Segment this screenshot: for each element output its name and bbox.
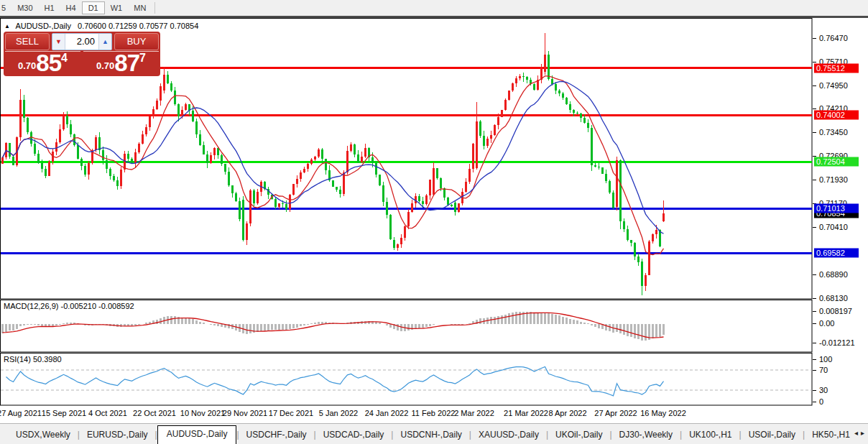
price-axis: 0.764700.757100.749500.742100.734500.726… <box>813 18 868 406</box>
candle <box>138 142 140 154</box>
axis-price-label: 0.71930 <box>819 175 848 184</box>
timeframe-button-h1[interactable]: H1 <box>39 2 60 14</box>
indicator-axis-label: 0.00 <box>819 319 834 328</box>
sell-price-big: 85 <box>36 52 61 74</box>
volume-decrease-icon[interactable]: ▼ <box>52 34 65 50</box>
candle <box>565 97 568 105</box>
date-axis-label: 24 Jan 2022 <box>365 409 409 417</box>
sell-price-prefix: 0.70 <box>18 60 36 71</box>
toolbar-separator <box>154 2 155 14</box>
candle <box>616 157 618 211</box>
axis-tick <box>813 370 816 371</box>
buy-price-prefix: 0.70 <box>96 60 114 71</box>
candle <box>73 134 75 147</box>
candle <box>120 167 122 189</box>
axis-tick <box>813 132 816 133</box>
sell-button[interactable]: SELL <box>5 33 50 50</box>
timeframe-button-d1[interactable]: D1 <box>82 1 105 14</box>
axis-price-label: 0.68890 <box>819 270 848 279</box>
sell-price-panel[interactable]: 0.70854 <box>5 51 80 74</box>
timeframe-button-m30[interactable]: M30 <box>11 2 38 14</box>
candle <box>591 125 593 170</box>
chart-tab-audusd[interactable]: AUDUSD-,Daily <box>157 425 237 444</box>
candle <box>533 83 535 91</box>
axis-tick <box>813 108 816 109</box>
axis-price-label: 0.68130 <box>819 294 848 302</box>
candle <box>458 203 460 212</box>
buy-button[interactable]: BUY <box>114 33 159 50</box>
volume-input[interactable]: 2.00 <box>65 34 98 50</box>
date-axis-label: 27 Aug 2021 <box>0 409 42 417</box>
level-price-badge: 0.74002 <box>814 111 859 120</box>
buy-price-panel[interactable]: 0.70877 <box>83 51 159 74</box>
candle <box>648 240 650 275</box>
candle <box>242 196 244 241</box>
timeframe-button-w1[interactable]: W1 <box>105 2 129 14</box>
level-price-badge: 0.69582 <box>814 249 859 258</box>
candle <box>235 192 237 201</box>
tabs-scroll-right-icon[interactable]: ▸ <box>861 429 864 437</box>
chart-tab-usdchf[interactable]: USDCHF-,Daily <box>239 427 314 444</box>
buy-price-pip: 7 <box>139 52 146 65</box>
symbol-tab-bar: USDX,Weekly|EURUSD-,Daily|AUDUSD-,Daily|… <box>0 423 868 444</box>
candle <box>48 160 50 176</box>
date-axis-label: 29 Nov 2021 <box>223 409 267 417</box>
chart-tab-xauusd[interactable]: XAUUSD-,Daily <box>471 427 546 444</box>
chart-tab-eurusd[interactable]: EURUSD-,Daily <box>80 427 155 444</box>
indicator-axis-label: 0.008197 <box>819 307 852 315</box>
chart-symbol-label: AUDUSD-,Daily <box>15 22 71 30</box>
timeframe-button-h4[interactable]: H4 <box>60 2 82 14</box>
candle <box>379 175 381 187</box>
timeframe-button-mn[interactable]: MN <box>128 2 152 14</box>
axis-tick <box>813 311 816 312</box>
candle <box>292 184 295 196</box>
level-price-badge: 0.72504 <box>814 157 859 167</box>
chart-tab-usdx[interactable]: USDX,Weekly <box>9 427 78 444</box>
date-axis-label: 21 Mar 2022 <box>504 409 548 417</box>
chart-tab-dj30[interactable]: DJ30-,Weekly <box>612 427 680 444</box>
chart-ohlc-values: 0.70600 0.71259 0.70577 0.70854 <box>78 22 198 30</box>
level-price-badge: 0.71013 <box>814 204 859 213</box>
chart-tab-usoil[interactable]: USOil-,Daily <box>742 427 803 444</box>
chart-tab-usdcad[interactable]: USDCAD-,Daily <box>316 427 392 444</box>
axis-tick <box>813 85 816 86</box>
chart-tab-usdcnh[interactable]: USDCNH-,Daily <box>393 427 468 444</box>
rsi-indicator-canvas[interactable] <box>0 353 813 406</box>
candle <box>425 194 428 205</box>
date-axis-label: 2 Mar 2022 <box>454 409 494 417</box>
axis-tick <box>813 343 816 343</box>
candle <box>389 214 392 241</box>
buy-price-big: 87 <box>114 52 139 74</box>
axis-price-label: 0.74950 <box>819 81 848 90</box>
candle <box>501 110 503 118</box>
chart-title: ▲ AUDUSD-,Daily 0.70600 0.71259 0.70577 … <box>4 22 198 30</box>
date-axis-label: 15 Sep 2021 <box>42 409 86 417</box>
candle <box>332 180 334 187</box>
candle <box>9 143 11 159</box>
sell-price-pip: 4 <box>61 52 68 65</box>
indicator-axis-label: 30 <box>819 386 828 394</box>
candle <box>436 168 438 180</box>
timeframe-toolbar: 5M30H1H4D1W1MN <box>0 0 868 16</box>
indicator-axis-label: 70 <box>819 366 828 374</box>
chart-tab-ukoil[interactable]: UKOil-,Daily <box>548 427 609 444</box>
axis-tick <box>813 390 816 391</box>
axis-tick <box>813 62 816 63</box>
date-axis-label: 22 Oct 2021 <box>133 409 176 417</box>
axis-tick <box>813 402 816 402</box>
candle <box>508 91 510 101</box>
chart-tab-uk100[interactable]: UK100-,H1 <box>682 427 739 444</box>
level-price-badge: 0.75512 <box>814 63 859 73</box>
date-axis-label: 17 Dec 2021 <box>269 409 313 417</box>
collapse-triangle-icon[interactable]: ▲ <box>4 23 10 29</box>
macd-label: MACD(12,26,9) -0.005210 -0.008592 <box>4 302 134 310</box>
volume-increase-icon[interactable]: ▲ <box>98 34 111 50</box>
indicator-axis-label: 0 <box>819 397 823 406</box>
tabs-scroll-left-icon[interactable]: ◂ <box>854 429 858 437</box>
date-axis-label: 27 Apr 2022 <box>594 409 637 417</box>
candle <box>12 155 14 165</box>
candle <box>27 117 29 134</box>
timeframe-button-5[interactable]: 5 <box>0 2 11 14</box>
volume-spinner: ▼ 2.00 ▲ <box>52 33 112 50</box>
chart-tab-hk50[interactable]: HK50-,H1 <box>805 427 857 444</box>
